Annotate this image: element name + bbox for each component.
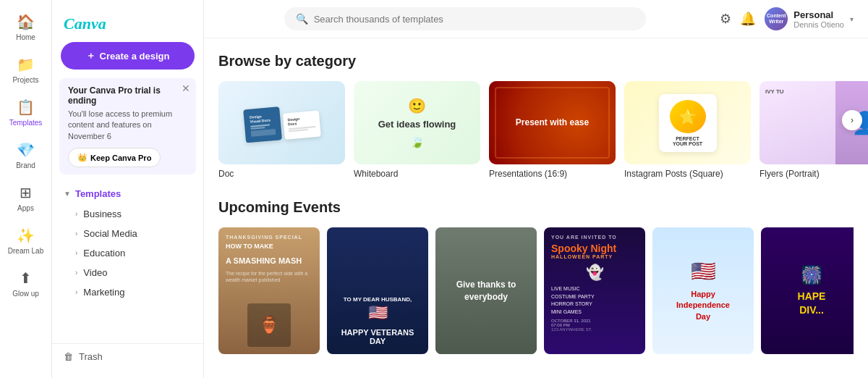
search-bar[interactable]: 🔍 bbox=[284, 7, 646, 30]
main-content: 🔍 ⚙ 🔔 ContentWriter Personal Dennis Otie… bbox=[204, 0, 868, 378]
sidebar-label-dream-lab: Dream Lab bbox=[8, 247, 43, 255]
header-icons: ⚙ 🔔 ContentWriter Personal Dennis Otieno… bbox=[720, 7, 854, 30]
user-info[interactable]: ContentWriter Personal Dennis Otieno ▾ bbox=[765, 7, 854, 30]
spooky-location: 123 ANYWHERE ST. bbox=[551, 327, 638, 332]
doc-card-1: DesignVisual Docs bbox=[243, 106, 282, 143]
trash-icon: 🗑 bbox=[64, 351, 73, 362]
event-give-thanks[interactable]: Give thanks to everybody bbox=[435, 227, 537, 354]
content-area: Browse by category DesignVisual Docs Des… bbox=[204, 38, 868, 369]
chevron-right-icon: › bbox=[75, 210, 77, 218]
user-details: Personal Dennis Otieno bbox=[793, 9, 844, 29]
next-arrow-button[interactable]: › bbox=[842, 110, 862, 130]
independence-title: Happy Independence Day bbox=[676, 289, 730, 322]
promo-text: You'll lose access to premium content an… bbox=[68, 109, 187, 142]
sidebar-item-home[interactable]: 🏠 Home bbox=[3, 7, 49, 47]
presentation-text: Present with ease bbox=[509, 110, 596, 136]
glow-up-icon: ⬆ bbox=[20, 269, 32, 287]
events-section-title: Upcoming Events bbox=[218, 199, 854, 216]
sidebar-item-apps[interactable]: ⊞ Apps bbox=[3, 178, 49, 218]
chevron-down-icon: ▼ bbox=[64, 190, 71, 198]
left-panel: Canva ＋ Create a design ✕ Your Canva Pro… bbox=[52, 0, 204, 378]
whiteboard-text: Get ideas flowing bbox=[378, 119, 456, 131]
plus-icon: ＋ bbox=[86, 49, 95, 62]
doc-label: Doc bbox=[218, 169, 345, 179]
projects-icon: 📁 bbox=[17, 56, 35, 73]
presentation-label: Presentations (16:9) bbox=[489, 169, 616, 179]
events-row: Thanksgiving Special HOW TO MAKE A SMASH… bbox=[218, 227, 854, 354]
sidebar-item-templates[interactable]: 📋 Templates bbox=[3, 93, 49, 133]
event-diwali[interactable]: 🎆 HAPE DIV... bbox=[761, 227, 854, 354]
instagram-thumbnail: ⭐ PERFECTYOUR POST bbox=[624, 81, 751, 164]
chevron-down-icon: ▾ bbox=[850, 15, 854, 23]
nav-child-education[interactable]: › Education bbox=[58, 243, 197, 263]
nav-templates-parent[interactable]: ▼ Templates bbox=[58, 183, 197, 204]
nav-child-marketing[interactable]: › Marketing bbox=[58, 282, 197, 302]
brand-icon: 💎 bbox=[17, 141, 35, 159]
sidebar-item-glow-up[interactable]: ⬆ Glow up bbox=[3, 264, 49, 303]
sidebar-label-glow-up: Glow up bbox=[12, 290, 39, 298]
nav-child-social-media[interactable]: › Social Media bbox=[58, 224, 197, 243]
event-thanksgiving[interactable]: Thanksgiving Special HOW TO MAKE A SMASH… bbox=[218, 227, 320, 354]
chevron-right-icon: › bbox=[75, 230, 77, 238]
event-spooky[interactable]: YOU ARE INVITED TO Spooky Night HALLOWEE… bbox=[544, 227, 645, 354]
thanks-overlay: Give thanks to everybody bbox=[435, 227, 537, 354]
trash-section[interactable]: 🗑 Trash bbox=[52, 343, 203, 369]
spooky-title: Spooky Night bbox=[551, 243, 638, 254]
thanksgiving-body: The recipe for the perfect side with a w… bbox=[226, 270, 312, 283]
user-plan: Personal bbox=[793, 9, 844, 20]
spooky-details: LIVE MUSIC COSTUME PARTY HORROR STORY MI… bbox=[551, 285, 638, 316]
leaf-icon: 🍃 bbox=[410, 135, 425, 148]
templates-icon: 📋 bbox=[17, 98, 35, 116]
nav-child-business[interactable]: › Business bbox=[58, 204, 197, 224]
sidebar-item-brand[interactable]: 💎 Brand bbox=[3, 135, 49, 175]
chevron-right-icon: › bbox=[75, 269, 77, 277]
smiley-icon: 🙂 bbox=[408, 97, 426, 114]
nav-child-video[interactable]: › Video bbox=[58, 263, 197, 282]
veterans-flag: 🇺🇸 bbox=[368, 303, 388, 322]
chevron-right-icon: › bbox=[75, 249, 77, 257]
browse-section-title: Browse by category bbox=[218, 53, 854, 70]
thanksgiving-title: HOW TO MAKE bbox=[226, 243, 312, 251]
category-whiteboard[interactable]: 🙂 Get ideas flowing 🍃 Whiteboard bbox=[354, 81, 480, 179]
keep-canva-pro-button[interactable]: 👑 Keep Canva Pro bbox=[68, 148, 161, 167]
promo-title: Your Canva Pro trial is ending bbox=[68, 85, 187, 106]
bell-icon[interactable]: 🔔 bbox=[740, 11, 756, 27]
thanksgiving-subtitle: A SMASHING MASH bbox=[226, 256, 312, 266]
whiteboard-label: Whiteboard bbox=[354, 169, 480, 179]
event-veterans[interactable]: TO MY DEAR HUSBAND, 🇺🇸 HAPPY VETERANS DA… bbox=[327, 227, 428, 354]
sidebar-item-dream-lab[interactable]: ✨ Dream Lab bbox=[3, 221, 49, 261]
sidebar-label-templates: Templates bbox=[9, 119, 43, 127]
flyer-label: Flyers (Portrait) bbox=[760, 169, 868, 179]
whiteboard-content: 🙂 Get ideas flowing 🍃 bbox=[378, 97, 456, 149]
create-design-button[interactable]: ＋ Create a design bbox=[61, 42, 195, 70]
sidebar-item-projects[interactable]: 📁 Projects bbox=[3, 50, 49, 90]
event-independence[interactable]: 🇺🇸 Happy Independence Day bbox=[652, 227, 754, 354]
sidebar: 🏠 Home 📁 Projects 📋 Templates 💎 Brand ⊞ … bbox=[0, 0, 52, 378]
sidebar-label-apps: Apps bbox=[17, 204, 34, 212]
spooky-subtitle: HALLOWEEN PARTY bbox=[551, 254, 638, 259]
give-thanks-text: Give thanks to everybody bbox=[435, 279, 537, 303]
spooky-date: OCTOBER 31, 2021 07:00 PM bbox=[551, 319, 638, 327]
category-doc[interactable]: DesignVisual Docs DesignDocs Doc bbox=[218, 81, 345, 179]
settings-icon[interactable]: ⚙ bbox=[720, 11, 731, 27]
search-input[interactable] bbox=[314, 14, 634, 25]
doc-card-2: DesignDocs bbox=[282, 110, 320, 139]
crown-icon: 👑 bbox=[77, 153, 88, 162]
instagram-label: Instagram Posts (Square) bbox=[624, 169, 751, 179]
chevron-right-icon: › bbox=[75, 288, 77, 296]
diwali-title: HAPE DIV... bbox=[798, 290, 826, 316]
spooky-invited: YOU ARE INVITED TO bbox=[551, 235, 638, 240]
veterans-title: HAPPY VETERANS DAY bbox=[336, 328, 420, 345]
whiteboard-thumbnail: 🙂 Get ideas flowing 🍃 bbox=[354, 81, 480, 164]
home-icon: 🏠 bbox=[17, 13, 35, 30]
thanksgiving-tag: Thanksgiving Special bbox=[226, 235, 312, 240]
doc-thumbnail: DesignVisual Docs DesignDocs bbox=[218, 81, 345, 164]
doc-inner: DesignVisual Docs DesignDocs bbox=[243, 103, 321, 143]
nav-section: ▼ Templates › Business › Social Media › … bbox=[52, 183, 203, 337]
close-promo-button[interactable]: ✕ bbox=[182, 83, 190, 94]
dream-lab-icon: ✨ bbox=[17, 227, 35, 244]
category-instagram[interactable]: ⭐ PERFECTYOUR POST Instagram Posts (Squa… bbox=[624, 81, 751, 179]
category-presentation[interactable]: Present with ease Presentations (16:9) bbox=[489, 81, 616, 179]
user-name: Dennis Otieno bbox=[793, 20, 844, 29]
search-icon: 🔍 bbox=[296, 13, 308, 25]
